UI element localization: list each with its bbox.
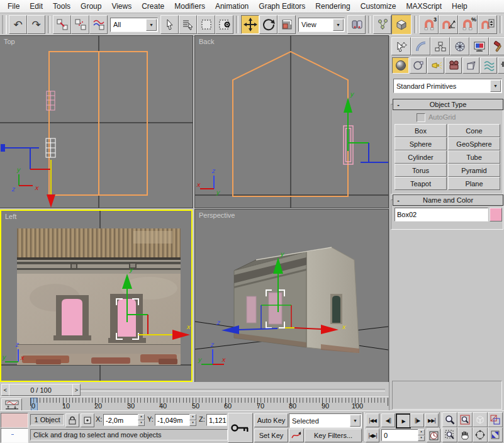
object-color-swatch[interactable] bbox=[490, 208, 502, 222]
menu-tools[interactable]: Tools bbox=[48, 0, 76, 13]
move-gizmo-top[interactable] bbox=[47, 160, 55, 208]
bind-to-space-warp-icon[interactable] bbox=[89, 15, 108, 34]
time-slider-thumb[interactable]: 0 / 100 bbox=[9, 384, 73, 396]
maxscript-listener-pane[interactable] bbox=[1, 428, 28, 443]
subtab-shapes[interactable] bbox=[410, 57, 427, 74]
menu-graph-editors[interactable]: Graph Editors bbox=[254, 0, 310, 13]
spinner-snap-toggle-icon[interactable] bbox=[478, 15, 497, 34]
time-configuration-button[interactable] bbox=[427, 429, 440, 442]
current-frame-field[interactable] bbox=[381, 429, 418, 441]
y-coordinate-input[interactable] bbox=[155, 415, 191, 425]
menu-modifiers[interactable]: Modifiers bbox=[169, 0, 210, 13]
undo-icon[interactable]: ↶ bbox=[9, 15, 27, 34]
box-button[interactable]: Box bbox=[395, 124, 447, 137]
pan-button[interactable] bbox=[457, 427, 473, 442]
zoom-region-button[interactable] bbox=[442, 427, 457, 442]
helper-wireframe-blue[interactable] bbox=[1, 144, 51, 169]
viewport-back[interactable]: Back y z x y bbox=[195, 36, 388, 208]
menu-views[interactable]: Views bbox=[106, 0, 137, 13]
menu-rendering[interactable]: Rendering bbox=[310, 0, 355, 13]
selected-window-box-wireframe[interactable] bbox=[46, 138, 55, 157]
play-button[interactable]: ▶ bbox=[396, 413, 411, 429]
select-and-manipulate-icon[interactable] bbox=[373, 15, 391, 34]
select-and-link-icon[interactable] bbox=[53, 15, 71, 34]
subtab-geometry[interactable] bbox=[392, 57, 409, 74]
tab-hierarchy[interactable] bbox=[430, 37, 450, 55]
menu-group[interactable]: Group bbox=[76, 0, 106, 13]
tab-display[interactable] bbox=[469, 37, 489, 55]
selection-filter-dropdown[interactable]: All ▼ bbox=[110, 18, 158, 32]
select-object-icon[interactable] bbox=[160, 15, 179, 34]
redo-icon[interactable]: ↷ bbox=[27, 15, 45, 34]
subtab-spacewarps[interactable] bbox=[480, 57, 497, 74]
subtab-helpers[interactable] bbox=[462, 57, 479, 74]
menu-edit[interactable]: Edit bbox=[25, 0, 48, 13]
zoom-extents-button[interactable] bbox=[473, 412, 488, 427]
arc-rotate-button[interactable] bbox=[473, 427, 488, 442]
subtab-systems[interactable] bbox=[498, 57, 504, 74]
angle-snap-toggle-icon[interactable] bbox=[439, 15, 458, 34]
tab-modify[interactable] bbox=[411, 37, 430, 55]
z-coordinate-input[interactable] bbox=[207, 415, 227, 425]
menu-customize[interactable]: Customize bbox=[356, 0, 401, 13]
tab-motion[interactable] bbox=[450, 37, 469, 55]
y-coordinate-field[interactable] bbox=[155, 414, 190, 426]
house-model[interactable] bbox=[234, 247, 359, 353]
select-by-name-icon[interactable] bbox=[179, 15, 197, 34]
zoom-button[interactable] bbox=[442, 412, 457, 427]
subtab-cameras[interactable] bbox=[445, 57, 462, 74]
cone-button[interactable]: Cone bbox=[448, 124, 500, 137]
tab-utilities[interactable] bbox=[489, 37, 504, 55]
snaps-toggle-3d-icon[interactable]: 3 bbox=[419, 15, 439, 34]
time-slider-track[interactable] bbox=[81, 389, 385, 391]
viewport-left[interactable]: Left bbox=[0, 210, 193, 382]
cylinder-button[interactable]: Cylinder bbox=[395, 150, 447, 164]
dropdown-arrow-icon[interactable]: ▼ bbox=[350, 415, 361, 427]
current-frame-input[interactable] bbox=[382, 430, 420, 440]
go-to-start-button[interactable]: |◀◀ bbox=[366, 413, 379, 427]
maximize-viewport-toggle-button[interactable] bbox=[488, 427, 503, 442]
plane-button[interactable]: Plane bbox=[448, 177, 500, 190]
zoom-extents-all-button[interactable] bbox=[488, 412, 503, 427]
unlink-selection-icon[interactable] bbox=[71, 15, 89, 34]
torus-button[interactable]: Torus bbox=[395, 164, 447, 177]
object-type-rollout-header[interactable]: - Object Type bbox=[393, 99, 503, 110]
teapot-button[interactable]: Teapot bbox=[395, 177, 447, 190]
y-coordinate-spinner[interactable]: ▴▾ bbox=[189, 414, 196, 426]
x-coordinate-spinner[interactable]: ▴▾ bbox=[138, 414, 145, 426]
pyramid-button[interactable]: Pyramid bbox=[448, 164, 500, 177]
auto-key-button[interactable]: Auto Key bbox=[254, 413, 288, 427]
tab-create[interactable] bbox=[391, 37, 411, 55]
x-coordinate-input[interactable] bbox=[104, 415, 140, 425]
menu-maxscript[interactable]: MAXScript bbox=[401, 0, 447, 13]
reference-coordinate-system-dropdown[interactable]: View ▼ bbox=[298, 18, 345, 32]
category-dropdown[interactable]: Standard Primitives ▼ bbox=[393, 79, 502, 93]
object-name-field[interactable] bbox=[395, 208, 488, 222]
name-color-rollout-header[interactable]: - Name and Color bbox=[393, 194, 503, 206]
x-coordinate-field[interactable] bbox=[103, 414, 138, 426]
go-to-end-button[interactable]: ▶▶| bbox=[425, 413, 439, 427]
viewport-perspective[interactable]: Perspective bbox=[195, 210, 388, 382]
window-box-wireframe-pink[interactable] bbox=[47, 91, 55, 110]
menu-create[interactable]: Create bbox=[137, 0, 169, 13]
set-key-button[interactable]: Set Key bbox=[254, 429, 288, 442]
open-mini-curve-editor-button[interactable] bbox=[1, 398, 22, 411]
key-filters-button[interactable]: Key Filters... bbox=[305, 429, 362, 442]
selection-set-dropdown[interactable]: Selected ▼ bbox=[289, 413, 362, 428]
select-and-scale-icon[interactable] bbox=[277, 15, 296, 34]
time-slider-next-button[interactable]: > bbox=[72, 384, 81, 396]
menu-file[interactable]: File bbox=[3, 0, 25, 13]
previous-frame-button[interactable]: ◀|| bbox=[381, 413, 395, 427]
next-frame-button[interactable]: ||▶ bbox=[410, 413, 424, 427]
autogrid-checkbox[interactable] bbox=[417, 113, 425, 122]
select-and-move-icon[interactable] bbox=[241, 15, 259, 34]
dropdown-arrow-icon[interactable]: ▼ bbox=[490, 80, 501, 92]
selection-lock-toggle[interactable] bbox=[65, 413, 79, 427]
absolute-mode-transform-icon[interactable] bbox=[81, 413, 94, 427]
geosphere-button[interactable]: GeoSphere bbox=[448, 137, 500, 150]
sphere-button[interactable]: Sphere bbox=[395, 137, 447, 150]
default-in-out-tangents-button[interactable] bbox=[289, 429, 304, 442]
toolbar-grip[interactable] bbox=[2, 15, 7, 34]
window-crossing-icon[interactable] bbox=[215, 15, 233, 34]
dropdown-arrow-icon[interactable]: ▼ bbox=[333, 19, 344, 31]
